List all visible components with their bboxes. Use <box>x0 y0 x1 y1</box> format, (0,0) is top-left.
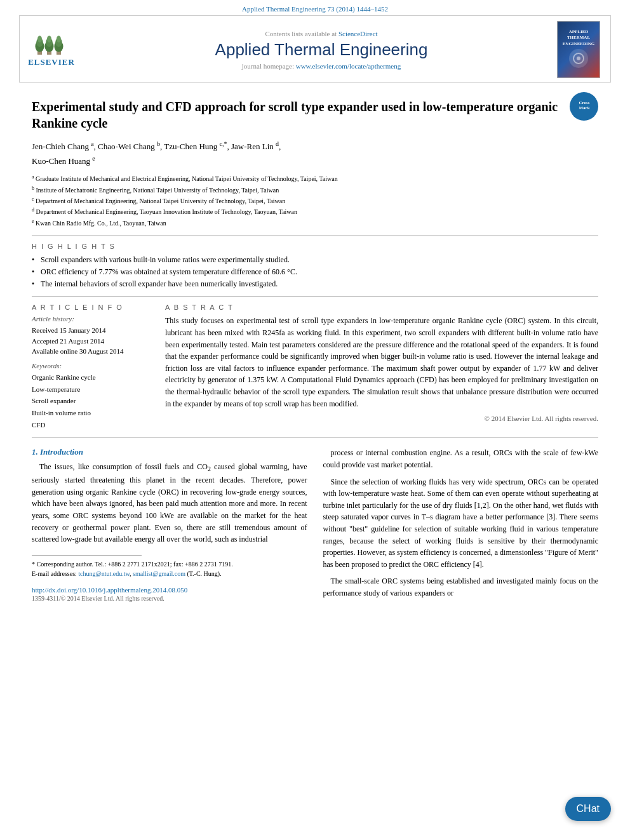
affiliation-e: e Kwan Chin Radio Mfg. Co., Ltd., Taoyua… <box>32 218 598 228</box>
elsevier-logo: ELSEVIER <box>26 32 77 67</box>
history-label: Article history: <box>32 315 146 323</box>
journal-header-center: Contents lists available at ScienceDirec… <box>90 30 553 70</box>
highlights-section: H I G H L I G H T S Scroll expanders wit… <box>32 243 598 291</box>
email-note: E-mail addresses: tchung@ntut.edu.tw, sm… <box>32 569 307 578</box>
svg-point-7 <box>47 36 51 43</box>
journal-cover-image: APPLIED THERMAL ENGINEERING <box>557 21 600 78</box>
main-content: Cross Mark Experimental study and CFD ap… <box>0 83 630 617</box>
journal-citation: Applied Thermal Engineering 73 (2014) 14… <box>0 0 630 15</box>
cover-gear-icon <box>569 49 588 68</box>
abstract-text: This study focuses on experimental test … <box>165 315 598 410</box>
crossmark-badge: Cross Mark <box>570 92 598 121</box>
intro-left-column: 1. Introduction The issues, like consump… <box>32 447 307 604</box>
accepted-date: Accepted 21 August 2014 <box>32 336 146 347</box>
journal-title: Applied Thermal Engineering <box>90 40 553 60</box>
issn-line: 1359-4311/© 2014 Elsevier Ltd. All right… <box>32 595 307 602</box>
journal-cover-area: APPLIED THERMAL ENGINEERING <box>553 21 604 78</box>
affiliation-a: a Graduate Institute of Mechanical and E… <box>32 173 598 183</box>
svg-point-3 <box>37 36 42 43</box>
email2-link[interactable]: smallist@gmail.com <box>133 570 185 577</box>
article-info-column: A R T I C L E I N F O Article history: R… <box>32 303 146 430</box>
journal-homepage-line: journal homepage: www.elsevier.com/locat… <box>90 62 553 70</box>
sciencedirect-line: Contents lists available at ScienceDirec… <box>90 30 553 37</box>
keyword-4: Built-in volume ratio <box>32 407 146 419</box>
intro-right-column: process or internal combustion engine. A… <box>323 447 599 604</box>
article-info-label: A R T I C L E I N F O <box>32 303 146 311</box>
keyword-5: CFD <box>32 419 146 431</box>
svg-point-11 <box>57 36 61 43</box>
intro-right-text: process or internal combustion engine. A… <box>323 447 599 599</box>
footnote-divider <box>32 555 142 556</box>
introduction-section: 1. Introduction The issues, like consump… <box>32 447 598 604</box>
svg-text:Mark: Mark <box>579 105 589 110</box>
divider-1 <box>32 236 598 236</box>
email1-link[interactable]: tchung@ntut.edu.tw <box>78 570 130 577</box>
doi-link[interactable]: http://dx.doi.org/10.1016/j.applthermale… <box>32 586 307 594</box>
keywords-list: Organic Rankine cycle Low-temperature Sc… <box>32 371 146 430</box>
keyword-2: Low-temperature <box>32 383 146 396</box>
copyright-line: © 2014 Elsevier Ltd. All rights reserved… <box>165 415 598 422</box>
footer-links: http://dx.doi.org/10.1016/j.applthermale… <box>32 586 307 602</box>
highlights-label: H I G H L I G H T S <box>32 243 598 250</box>
divider-2 <box>32 297 598 297</box>
authors-line: Jen-Chieh Chang a, Chao-Wei Chang b, Tzu… <box>32 139 598 168</box>
keyword-1: Organic Rankine cycle <box>32 371 146 383</box>
article-title-area: Cross Mark Experimental study and CFD ap… <box>32 92 598 131</box>
chat-button[interactable]: CHat <box>565 797 611 821</box>
journal-header-box: ELSEVIER Contents lists available at Sci… <box>19 15 611 83</box>
footnote-block: * Corresponding author. Tel.: +886 2 277… <box>32 559 307 578</box>
highlight-item-2: ORC efficiency of 7.77% was obtained at … <box>32 266 598 278</box>
sciencedirect-link[interactable]: ScienceDirect <box>338 30 378 37</box>
homepage-url[interactable]: www.elsevier.com/locate/apthermeng <box>296 62 401 70</box>
available-date: Available online 30 August 2014 <box>32 346 146 357</box>
corresponding-note: * Corresponding author. Tel.: +886 2 277… <box>32 559 307 569</box>
abstract-column: A B S T R A C T This study focuses on ex… <box>165 303 598 430</box>
crossmark-circle: Cross Mark <box>570 92 598 121</box>
cover-title: APPLIED THERMAL ENGINEERING <box>563 29 595 46</box>
divider-3 <box>32 437 598 437</box>
elsevier-logo-area: ELSEVIER <box>26 32 90 67</box>
received-date: Received 15 January 2014 <box>32 325 146 336</box>
affiliations-block: a Graduate Institute of Mechanical and E… <box>32 173 598 228</box>
intro-left-text: The issues, like consumption of fossil f… <box>32 461 307 545</box>
affiliation-c: c Department of Mechanical Engineering, … <box>32 196 598 206</box>
highlight-item-1: Scroll expanders with various built-in v… <box>32 254 598 266</box>
affiliation-b: b Institute of Mechatronic Engineering, … <box>32 185 598 195</box>
abstract-label: A B S T R A C T <box>165 303 598 311</box>
article-title: Experimental study and CFD approach for … <box>32 92 598 131</box>
intro-section-heading: 1. Introduction <box>32 447 307 457</box>
svg-text:Cross: Cross <box>579 100 589 105</box>
elsevier-text: ELSEVIER <box>28 57 75 67</box>
elsevier-tree-icon <box>32 32 70 56</box>
highlight-item-3: The internal behaviors of scroll expande… <box>32 278 598 290</box>
affiliation-d: d Department of Mechanical Engineering, … <box>32 206 598 217</box>
svg-point-13 <box>577 57 580 60</box>
introduction-columns: 1. Introduction The issues, like consump… <box>32 447 598 604</box>
article-info-abstract-area: A R T I C L E I N F O Article history: R… <box>32 303 598 430</box>
keyword-3: Scroll expander <box>32 395 146 407</box>
keywords-label: Keywords: <box>32 362 146 370</box>
